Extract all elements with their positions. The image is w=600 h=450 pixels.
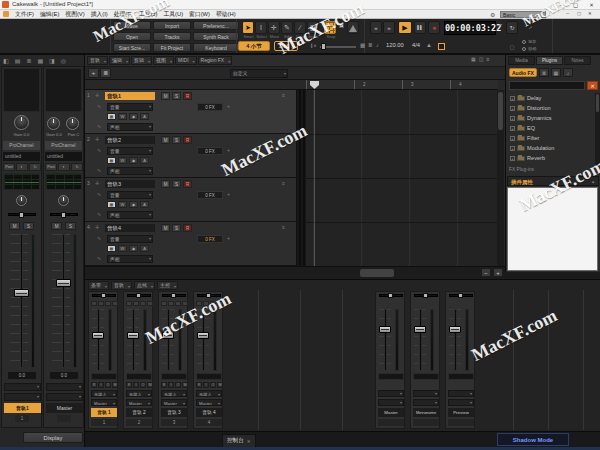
midi-fx-icon[interactable]: ♪ bbox=[563, 68, 573, 77]
view-menu[interactable]: 视图 bbox=[153, 56, 174, 65]
output-select[interactable] bbox=[448, 399, 474, 406]
panel-view-icon[interactable]: ◫ bbox=[479, 56, 484, 62]
automation-button[interactable]: ◆ bbox=[129, 113, 138, 120]
gain-value[interactable] bbox=[91, 373, 117, 380]
track-name[interactable]: 音轨4 bbox=[105, 224, 155, 232]
phase-button[interactable]: ◐ bbox=[58, 163, 70, 171]
pan-handle[interactable] bbox=[61, 212, 66, 218]
fader-handle[interactable] bbox=[197, 332, 209, 339]
region-fx-menu[interactable]: Region FX bbox=[198, 56, 233, 65]
send-knob[interactable] bbox=[16, 195, 27, 206]
volume-control[interactable]: 音量 bbox=[107, 191, 153, 199]
strip-button[interactable] bbox=[175, 301, 181, 306]
pan-handle[interactable] bbox=[206, 293, 211, 298]
input-echo-button[interactable]: I bbox=[98, 382, 104, 388]
gain-value[interactable] bbox=[378, 373, 404, 380]
fader-handle[interactable] bbox=[414, 326, 426, 333]
buses-filter[interactable]: 总线 bbox=[134, 281, 155, 290]
expand-icon[interactable]: + bbox=[510, 126, 515, 131]
input-select[interactable]: 无输入 bbox=[196, 390, 222, 397]
fast-forward-button[interactable]: » bbox=[383, 21, 395, 34]
gain-value[interactable] bbox=[448, 373, 474, 380]
fader-handle[interactable] bbox=[14, 289, 29, 297]
gain-value[interactable]: 0.0 bbox=[49, 371, 79, 380]
plugin-properties-header[interactable]: 插件属性 ▴ bbox=[507, 176, 599, 186]
output-select[interactable] bbox=[378, 399, 404, 406]
workspace-select[interactable]: Basic bbox=[500, 11, 546, 18]
automation-button[interactable]: ◆ bbox=[129, 245, 138, 252]
gain-knob[interactable] bbox=[47, 117, 60, 130]
edit-menu[interactable]: 编辑 bbox=[109, 56, 130, 65]
display-menu-button[interactable]: Display bbox=[23, 432, 83, 443]
phase-button[interactable]: ◐ bbox=[16, 163, 28, 171]
menu-views[interactable]: 视图(V) bbox=[62, 10, 87, 19]
expand-icon[interactable]: + bbox=[510, 156, 515, 161]
strip-name[interactable]: 音轨 3 bbox=[161, 408, 187, 417]
tempo-value[interactable]: 120.00 bbox=[386, 42, 404, 48]
mdi-minimize-icon[interactable]: ─ bbox=[566, 11, 569, 16]
start-screen-button[interactable]: Start Scre... bbox=[113, 43, 151, 52]
tree-item-modulation[interactable]: + Modulation bbox=[510, 145, 554, 151]
menu-help[interactable]: 帮助(H) bbox=[213, 10, 239, 19]
prochannel-modules[interactable] bbox=[3, 68, 40, 112]
fader-handle[interactable] bbox=[56, 279, 71, 287]
tracks-filter[interactable]: 音轨 bbox=[111, 281, 132, 290]
input-select[interactable] bbox=[46, 383, 83, 391]
clips-pane[interactable] bbox=[306, 90, 497, 266]
eq-plot[interactable] bbox=[45, 173, 82, 190]
loop-icon[interactable]: ↻ bbox=[506, 21, 518, 34]
reload-button[interactable]: ↻ bbox=[71, 163, 83, 171]
expand-icon[interactable]: + bbox=[510, 146, 515, 151]
track-header-4[interactable]: 4 ✛ 音轨4 M S R ≡ ∿ 音量 0 FX + ▦ W ◆ A ∿ 声相 bbox=[85, 222, 306, 266]
erase-tool-icon[interactable]: ◪ bbox=[307, 21, 319, 34]
pan-control[interactable]: 声相 bbox=[107, 211, 153, 219]
drag-handle-icon[interactable]: ✛ bbox=[95, 180, 99, 186]
drag-handle-icon[interactable]: ✛ bbox=[95, 92, 99, 98]
gain-value[interactable] bbox=[413, 373, 439, 380]
time-display[interactable]: 00:00:03:22 bbox=[444, 21, 496, 35]
solo-button[interactable]: S bbox=[65, 222, 76, 230]
strip-name[interactable]: Preview bbox=[448, 408, 474, 417]
volume-control[interactable]: 音量 bbox=[107, 147, 153, 155]
track-header-1[interactable]: 1 ✛ 音轨1 M S R ≡ ∿ 音量 0 FX + ▦ W ◆ A ∿ 声相 bbox=[85, 90, 306, 134]
input-echo-button[interactable]: I bbox=[203, 382, 209, 388]
strip-button[interactable] bbox=[140, 301, 146, 306]
expand-icon[interactable]: + bbox=[510, 136, 515, 141]
fader-handle[interactable] bbox=[92, 332, 104, 339]
solo-button[interactable]: S bbox=[172, 180, 181, 188]
record-arm-button[interactable]: R bbox=[183, 180, 192, 188]
move-tool-icon[interactable]: ✛ bbox=[268, 21, 280, 34]
close-button[interactable]: ✕ bbox=[584, 0, 599, 10]
scrollbar-thumb[interactable] bbox=[498, 92, 503, 130]
zoom-out-button[interactable]: − bbox=[481, 268, 491, 277]
collapse-icon[interactable]: ▴ bbox=[592, 179, 594, 184]
draw-resolution-chip[interactable]: 1/16 ♪ bbox=[274, 41, 298, 51]
automation-button[interactable]: ◆ bbox=[129, 157, 138, 164]
fx-bin[interactable]: 0 FX bbox=[197, 103, 223, 111]
strip-button[interactable] bbox=[203, 301, 209, 306]
track-name[interactable]: 音轨3 bbox=[105, 180, 155, 188]
solo-button[interactable]: S bbox=[172, 224, 181, 232]
clips-menu[interactable]: 剪辑 bbox=[131, 56, 152, 65]
shadow-mode-button[interactable]: Shadow Mode bbox=[497, 433, 569, 446]
pan-handle[interactable] bbox=[171, 293, 176, 298]
pan-handle[interactable] bbox=[19, 212, 24, 218]
list-icon[interactable]: ≣ bbox=[368, 42, 373, 48]
maximize-button[interactable]: ▢ bbox=[568, 0, 583, 10]
audio-fx-button[interactable]: Audio FX bbox=[509, 68, 537, 77]
record-button[interactable]: ● bbox=[428, 21, 440, 34]
fader-handle[interactable] bbox=[379, 326, 391, 333]
scrollbar-thumb[interactable] bbox=[596, 94, 599, 112]
inspector-icon[interactable]: ◎ bbox=[61, 57, 66, 64]
track-menu-icon[interactable]: ≡ bbox=[282, 180, 285, 186]
input-echo-button[interactable]: I bbox=[133, 382, 139, 388]
snap-toggle[interactable] bbox=[339, 23, 344, 28]
add-track-button[interactable]: + bbox=[88, 68, 99, 78]
inspector-icon[interactable]: ≣ bbox=[26, 57, 31, 64]
expand-icon[interactable]: + bbox=[510, 116, 515, 121]
menu-window[interactable]: 窗口(W) bbox=[186, 10, 213, 19]
metronome-icon[interactable]: ▲ bbox=[426, 42, 432, 48]
add-fx-icon[interactable]: + bbox=[227, 235, 230, 241]
mute-button[interactable]: M bbox=[161, 92, 170, 100]
strip-button[interactable] bbox=[126, 301, 132, 306]
